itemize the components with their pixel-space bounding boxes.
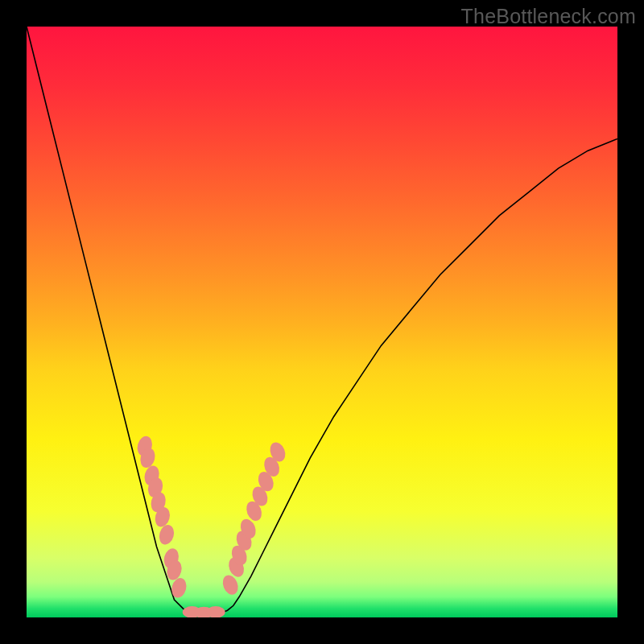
- bottleneck-chart: TheBottleneck.com: [0, 0, 644, 644]
- watermark-label: TheBottleneck.com: [461, 5, 636, 28]
- chart-plot-area: [27, 27, 617, 617]
- gradient-background: [27, 27, 617, 617]
